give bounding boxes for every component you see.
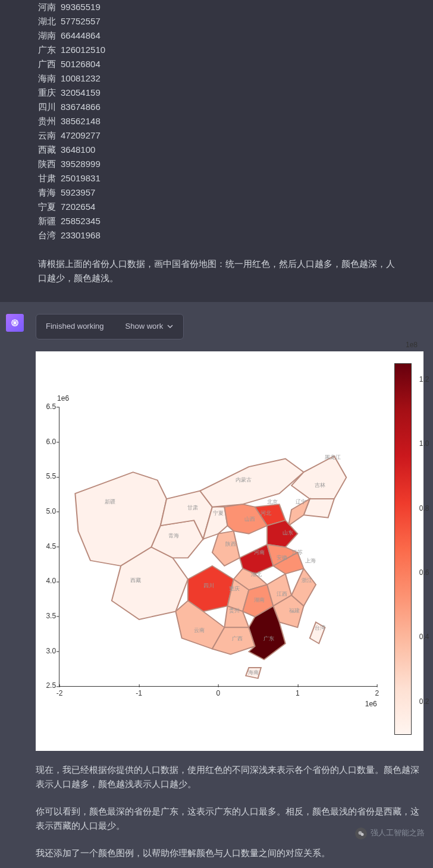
colorbar-tick: 0.6 <box>419 567 429 578</box>
x-axis-scale: 1e6 <box>365 699 377 710</box>
map-province-label: 福建 <box>289 606 300 615</box>
y-tick: 3.0 <box>36 646 56 657</box>
map-province-label: 青海 <box>168 532 179 540</box>
show-work-toggle[interactable]: Show work <box>125 320 174 333</box>
map-province-label: 辽宁 <box>296 498 306 506</box>
colorbar: 0.20.40.60.81.01.2 <box>394 363 412 735</box>
x-tick: 0 <box>216 688 221 699</box>
province-row: 青海5923957 <box>38 185 395 200</box>
colorbar-tick: 1.2 <box>419 374 429 385</box>
map-province-label: 湖南 <box>254 595 265 603</box>
map-province-label: 黑龙江 <box>325 453 341 461</box>
code-interpreter-status[interactable]: Finished working Show work <box>36 314 184 339</box>
province-data-list: 河南99365519湖北57752557湖南66444864广东12601251… <box>38 0 395 243</box>
y-tick: 4.0 <box>36 576 56 587</box>
y-tick: 2.5 <box>36 681 56 692</box>
colorbar-tick: 0.4 <box>419 632 429 643</box>
svg-point-2 <box>361 833 364 836</box>
x-tick: -1 <box>136 688 142 699</box>
y-tick: 6.0 <box>36 436 56 448</box>
y-tick: 6.5 <box>36 401 56 413</box>
map-province-label: 宁夏 <box>213 509 224 517</box>
x-tick: 1 <box>296 688 300 699</box>
map-province-label: 台湾 <box>315 623 325 631</box>
map-province-label: 云南 <box>194 626 205 634</box>
assistant-reply-text: 现在，我已经根据你提供的人口数据，使用红色的不同深浅来表示各个省份的人口数量。颜… <box>36 763 423 860</box>
province-row: 云南47209277 <box>38 128 395 143</box>
map-province-label: 吉林 <box>315 481 325 489</box>
map-province-label: 重庆 <box>229 584 240 593</box>
map-province-label: 上海 <box>305 556 316 565</box>
x-tick: -2 <box>57 688 63 699</box>
map-province-label: 甘肃 <box>187 504 198 512</box>
y-tick: 5.0 <box>36 506 56 517</box>
map-province-label: 贵州 <box>229 606 240 615</box>
reply-paragraph: 现在，我已经根据你提供的人口数据，使用红色的不同深浅来表示各个省份的人口数量。颜… <box>36 763 423 791</box>
x-tick: 2 <box>375 688 379 699</box>
y-tick: 5.5 <box>36 471 56 483</box>
province-row: 宁夏7202654 <box>38 200 395 214</box>
province-row: 西藏3648100 <box>38 143 395 157</box>
province-row: 重庆32054159 <box>38 86 395 100</box>
colorbar-tick: 1.0 <box>419 439 429 450</box>
y-tick: 3.5 <box>36 611 56 622</box>
map-province-label: 新疆 <box>105 498 115 506</box>
province-row: 新疆25852345 <box>38 214 395 228</box>
wechat-icon <box>355 828 367 839</box>
colorbar-scale: 1e8 <box>406 339 418 351</box>
colorbar-tick: 0.8 <box>419 503 429 514</box>
user-message: 河南99365519湖北57752557湖南66444864广东12601251… <box>0 0 433 302</box>
province-row: 河南99365519 <box>38 0 395 14</box>
province-row: 广东126012510 <box>38 43 395 57</box>
map-province-label: 北京 <box>267 498 278 506</box>
chart-axes: 1e6 2.53.03.54.04.55.05.56.06.5 -2-1012 … <box>59 407 377 687</box>
province-row: 海南10081232 <box>38 71 395 86</box>
map-province-label: 内蒙古 <box>236 476 252 484</box>
map-province-label: 山西 <box>244 514 255 523</box>
province-row: 甘肃25019831 <box>38 171 395 185</box>
china-population-map-chart: 1e6 2.53.03.54.04.55.05.56.06.5 -2-1012 … <box>36 351 423 751</box>
map-province-label: 海南 <box>248 668 259 677</box>
map-province-label: 湖北 <box>251 570 262 578</box>
province-row: 陕西39528999 <box>38 157 395 171</box>
map-province-label: 河南 <box>254 548 265 556</box>
reply-paragraph: 我还添加了一个颜色图例，以帮助你理解颜色与人口数量之间的对应关系。 <box>36 846 423 860</box>
map-province-label: 广东 <box>263 634 274 643</box>
map-province-label: 江西 <box>277 590 287 598</box>
province-row: 台湾23301968 <box>38 228 395 243</box>
province-row: 湖南66444864 <box>38 29 395 43</box>
map-province-label: 安徽 <box>277 553 287 562</box>
colorbar-tick: 0.2 <box>419 696 429 707</box>
province-row: 贵州38562148 <box>38 114 395 128</box>
map-province-label: 四川 <box>203 581 214 590</box>
map-province-label: 西藏 <box>130 576 141 584</box>
province-row: 湖北57752557 <box>38 14 395 29</box>
map-province-label: 陕西 <box>225 540 236 548</box>
map-province-label: 山东 <box>283 529 293 537</box>
province-row: 四川83674866 <box>38 100 395 114</box>
y-axis-scale: 1e6 <box>57 393 69 404</box>
assistant-message: Finished working Show work 1e6 2.53.03.5… <box>0 302 433 868</box>
map-province-label: 浙江 <box>302 576 312 584</box>
chevron-down-icon <box>167 323 174 330</box>
y-tick: 4.5 <box>36 541 56 552</box>
assistant-avatar-icon <box>6 314 24 332</box>
map-province-label: 广西 <box>232 634 243 643</box>
watermark: 强人工智能之路 <box>355 827 425 839</box>
map-province-label: 河北 <box>261 509 271 517</box>
user-prompt: 请根据上面的省份人口数据，画中国省份地图：统一用红色，然后人口越多，颜色越深，人… <box>38 257 395 285</box>
status-label: Finished working <box>46 320 104 333</box>
province-row: 广西50126804 <box>38 57 395 71</box>
map-province-label: 江苏 <box>292 548 303 556</box>
